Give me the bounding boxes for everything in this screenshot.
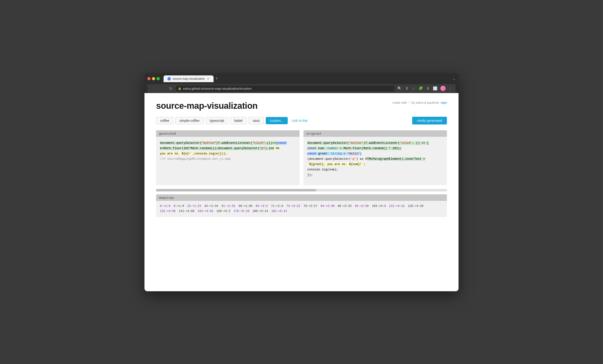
- tab-bar: source-map-visualization ✕ + ⌄: [163, 75, 456, 82]
- scrollbar[interactable]: [156, 189, 447, 191]
- menu-icon[interactable]: ⋮: [448, 86, 453, 91]
- page-content: source-map-visualization made with ♡ by …: [144, 93, 459, 291]
- mapping-item[interactable]: 9->1:9: [174, 204, 184, 208]
- code-panels: generated document.querySelector("button…: [156, 130, 447, 185]
- search-icon[interactable]: 🔍: [397, 86, 403, 91]
- original-line-7: });: [307, 173, 443, 177]
- tab-title: source-map-visualization: [173, 77, 205, 81]
- generated-panel-body[interactable]: document.querySelector("button")?.addEve…: [156, 137, 300, 185]
- forward-button[interactable]: →: [159, 86, 166, 91]
- mapping-item[interactable]: 84->2:49: [321, 204, 335, 208]
- mapping-item[interactable]: 65->2:2: [255, 204, 268, 208]
- extensions-icon[interactable]: 🧩: [418, 86, 424, 91]
- mapping-item[interactable]: 168->5:2: [217, 210, 231, 213]
- generated-panel: generated document.querySelector("button…: [156, 130, 300, 185]
- browser-toolbar: ← → ↻ 🔒 🔍 ⬆ ☆ 🧩 ⬇ ⬜ ⋮: [147, 84, 456, 93]
- close-button[interactable]: [147, 77, 151, 80]
- made-with: made with ♡ by sokra & paulirish. repo: [393, 101, 447, 105]
- browser-titlebar: source-map-visualization ✕ + ⌄: [147, 75, 456, 82]
- repo-link[interactable]: repo: [441, 101, 447, 105]
- preset-babel[interactable]: babel: [230, 117, 247, 124]
- new-tab-icon[interactable]: +: [216, 76, 218, 81]
- minimize-button[interactable]: [152, 77, 155, 80]
- mapping-item[interactable]: 141->4:68: [179, 210, 195, 213]
- original-panel-body[interactable]: document.querySelector('button')?.addEve…: [303, 137, 447, 185]
- fullscreen-button[interactable]: [157, 77, 160, 80]
- mappings-section: mappings 0->1:0 9->1:9 23->1:23 34->1:34…: [156, 194, 447, 217]
- preset-custom[interactable]: custom...: [266, 117, 288, 124]
- original-line-1: document.querySelector('button')?.addEve…: [307, 141, 443, 145]
- preset-buttons: coffee simple-coffee typescript babel sa…: [156, 117, 447, 125]
- mapping-item[interactable]: 34->1:34: [204, 204, 218, 208]
- preset-sass[interactable]: sass: [249, 117, 264, 124]
- generated-panel-header: generated: [156, 130, 300, 137]
- original-line-4: (document.querySelector('p') as HTMLPara…: [307, 157, 443, 162]
- mapping-item[interactable]: 163->4:93: [198, 210, 213, 213]
- link-to-this[interactable]: Link to this: [292, 119, 308, 123]
- mapping-item[interactable]: 182->5:14: [271, 210, 287, 213]
- original-line-5: `${greet}, you are no. ${num}!`;: [307, 162, 443, 167]
- active-tab[interactable]: source-map-visualization ✕: [163, 75, 214, 82]
- mapping-item[interactable]: 112->4:12: [389, 204, 405, 208]
- mapping-item[interactable]: 126->4:26: [408, 204, 424, 208]
- toolbar-icons: 🔍 ⬆ ☆ 🧩 ⬇ ⬜ ⋮: [397, 86, 453, 91]
- mapping-item[interactable]: 180->5:14: [253, 210, 268, 213]
- mappings-header: mappings: [156, 194, 447, 201]
- refresh-button[interactable]: ↻: [168, 86, 174, 91]
- mapping-item[interactable]: 60->1:60: [238, 204, 253, 208]
- preset-simple-coffee[interactable]: simple-coffee: [175, 117, 204, 124]
- page-header: source-map-visualization made with ♡ by …: [156, 101, 447, 111]
- mapping-item[interactable]: 78->2:27: [303, 204, 317, 208]
- mapping-item[interactable]: 93->2:38: [355, 204, 369, 208]
- traffic-lights: [147, 77, 160, 80]
- original-line-6: console.log(num);: [307, 167, 443, 172]
- browser-chrome: source-map-visualization ✕ + ⌄ ← → ↻ 🔒 🔍…: [144, 73, 459, 93]
- screen-icon[interactable]: ⬜: [432, 86, 438, 91]
- address-bar-wrap: 🔒: [176, 86, 395, 92]
- tab-favicon: [167, 77, 171, 81]
- original-line-2: const num: number = Math.floor(Math.rand…: [307, 146, 443, 151]
- mapping-item[interactable]: 176->5:10: [234, 210, 249, 213]
- mapping-item[interactable]: 51->1:51: [221, 204, 235, 208]
- mapping-item[interactable]: 131->4:56: [160, 210, 176, 213]
- mapping-item[interactable]: 71->2:8: [271, 204, 283, 208]
- page-title: source-map-visualization: [156, 101, 257, 111]
- tab-close-icon[interactable]: ✕: [207, 77, 210, 81]
- mappings-body: 0->1:0 9->1:9 23->1:23 34->1:34 51->1:51…: [156, 201, 447, 217]
- lock-icon: 🔒: [178, 87, 181, 90]
- preset-typescript[interactable]: typescript: [206, 117, 228, 124]
- tab-menu-icon[interactable]: ⌄: [453, 77, 456, 81]
- address-bar[interactable]: [176, 86, 395, 92]
- mapping-item[interactable]: 73->2:22: [286, 204, 300, 208]
- mapping-item[interactable]: 0->1:0: [160, 204, 170, 208]
- browser-window: source-map-visualization ✕ + ⌄ ← → ↻ 🔒 🔍…: [144, 73, 459, 291]
- minify-button[interactable]: minify generated: [412, 117, 447, 125]
- original-line-3: const greet: string = 'Hello'; ⬅: [307, 151, 443, 156]
- bookmark-icon[interactable]: ☆: [411, 86, 416, 91]
- avatar[interactable]: [441, 86, 446, 91]
- mapping-item[interactable]: 88->2:33: [338, 204, 352, 208]
- mapping-item[interactable]: 103->4:3: [372, 204, 386, 208]
- original-panel: original document.querySelector('button'…: [303, 130, 447, 185]
- generated-line-1: document.querySelector("button")?.addEve…: [160, 141, 296, 145]
- generated-line-4: //# sourceMappingURL=example.min.js.map: [160, 157, 296, 162]
- generated-line-2: e=Math.floor(101*Math.random());document…: [160, 146, 296, 151]
- back-button[interactable]: ←: [150, 86, 157, 91]
- download-icon[interactable]: ⬇: [426, 86, 430, 91]
- mapping-item[interactable]: 23->1:23: [187, 204, 201, 208]
- original-panel-header: original: [303, 130, 447, 137]
- scrollbar-thumb[interactable]: [156, 189, 316, 191]
- preset-coffee[interactable]: coffee: [156, 117, 174, 124]
- generated-line-3: you are no. ${e}!`,console.log(e)}));: [160, 151, 296, 156]
- share-icon[interactable]: ⬆: [405, 86, 409, 91]
